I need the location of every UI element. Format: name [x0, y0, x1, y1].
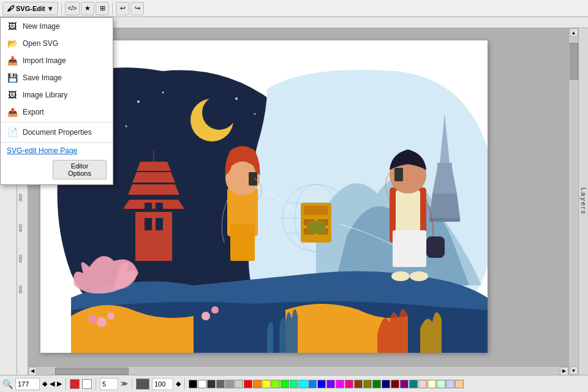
code-view-button[interactable]: </>: [65, 2, 80, 15]
main-toolbar: 🖌 SVG-Edit ▼ </> ★ ⊞ ↩ ↪: [0, 0, 588, 17]
zoom-input[interactable]: [15, 378, 40, 390]
palette-navy[interactable]: [382, 380, 390, 388]
open-svg-menu-item[interactable]: 📂 Open SVG: [1, 35, 113, 52]
import-image-menu-item[interactable]: 📥 Import Image: [1, 52, 113, 69]
palette-peach[interactable]: [455, 380, 464, 388]
star-button[interactable]: ★: [81, 2, 94, 15]
palette-lime[interactable]: [271, 380, 280, 388]
menu-divider: [1, 122, 113, 123]
layers-label-text: Layers: [580, 187, 587, 215]
undo-button[interactable]: ↩: [116, 2, 129, 15]
status-sep-4: [184, 378, 185, 390]
palette-orange[interactable]: [253, 380, 262, 388]
palette-dark-teal[interactable]: [409, 380, 418, 388]
svg-rect-41: [426, 236, 445, 258]
svg-point-5: [235, 97, 238, 100]
svg-rect-33: [230, 224, 255, 261]
opacity-input[interactable]: [152, 378, 173, 390]
new-image-icon: 🖼: [7, 21, 18, 32]
palette-gray1[interactable]: [207, 380, 216, 388]
hscroll-track[interactable]: [37, 368, 560, 375]
vscroll-track[interactable]: [570, 37, 578, 366]
navigate-right-icon: ▶: [57, 380, 62, 388]
palette-dark-red[interactable]: [391, 380, 399, 388]
vscroll-thumb[interactable]: [570, 43, 578, 80]
ruler-mark-v-500: 500: [18, 285, 23, 293]
palette-yellow[interactable]: [262, 380, 271, 388]
palette-green[interactable]: [281, 380, 289, 388]
right-scrollbar[interactable]: ▲ ▼: [568, 28, 578, 375]
palette-light-pink[interactable]: [418, 380, 427, 388]
stroke-width-input[interactable]: [100, 378, 118, 390]
scroll-down-button[interactable]: ▼: [570, 366, 578, 375]
status-sep-1: [66, 378, 66, 390]
file-dropdown-menu: 🖼 New Image 📂 Open SVG 📥 Import Image 💾 …: [0, 17, 113, 185]
svg-point-47: [202, 312, 210, 320]
scroll-up-button[interactable]: ▲: [570, 28, 578, 37]
palette-cyan[interactable]: [299, 380, 307, 388]
redo-icon: ↪: [135, 4, 140, 12]
palette-pink[interactable]: [345, 380, 353, 388]
menu-divider-2: [1, 142, 113, 143]
image-library-label: Image Library: [23, 91, 67, 99]
save-image-menu-item[interactable]: 💾 Save Image: [1, 69, 113, 86]
palette-teal[interactable]: [290, 380, 298, 388]
palette-light-green[interactable]: [437, 380, 445, 388]
export-menu-item[interactable]: 📤 Export: [1, 104, 113, 121]
palette-dark-green[interactable]: [372, 380, 381, 388]
palette-white[interactable]: [198, 380, 206, 388]
palette-gray3[interactable]: [225, 380, 234, 388]
svg-point-48: [211, 306, 219, 314]
svg-point-1: [202, 96, 236, 130]
svg-rect-18: [145, 203, 152, 210]
document-properties-menu-item[interactable]: 📄 Document Properties: [1, 124, 113, 141]
star-icon: ★: [85, 4, 91, 12]
zoom-unit: ◆: [42, 380, 47, 388]
scroll-left-button[interactable]: ◀: [28, 367, 37, 375]
palette-brown[interactable]: [354, 380, 363, 388]
svg-marker-11: [123, 200, 184, 209]
svg-point-44: [97, 317, 107, 327]
svg-edit-menu-button[interactable]: 🖌 SVG-Edit ▼: [2, 2, 58, 15]
status-sep-3: [132, 378, 132, 390]
palette-black[interactable]: [189, 380, 197, 388]
scroll-right-button[interactable]: ▶: [560, 367, 568, 375]
ruler-mark-v-400: 400: [18, 224, 23, 232]
bottom-scrollbar[interactable]: ◀ ▶: [28, 366, 568, 375]
fill-color-swatch[interactable]: [82, 379, 92, 389]
zoom-icon-bottom: 🔍: [2, 379, 13, 389]
home-page-link[interactable]: SVG-edit Home Page: [1, 144, 113, 157]
svg-marker-12: [128, 184, 179, 195]
grid-button[interactable]: ⊞: [96, 2, 109, 15]
opacity-arrows: ◆: [176, 380, 181, 388]
palette-blue[interactable]: [317, 380, 326, 388]
palette-dark-purple[interactable]: [400, 380, 409, 388]
palette-olive[interactable]: [363, 380, 372, 388]
palette-magenta[interactable]: [336, 380, 344, 388]
layers-panel-tab[interactable]: Layers: [578, 28, 588, 375]
grid-icon: ⊞: [100, 4, 105, 12]
svg-point-4: [126, 126, 127, 127]
open-svg-icon: 📂: [7, 38, 18, 49]
export-label: Export: [23, 108, 44, 116]
palette-light-yellow[interactable]: [428, 380, 436, 388]
editor-options-button[interactable]: Editor Options: [53, 160, 107, 179]
svg-marker-14: [137, 162, 171, 171]
image-library-menu-item[interactable]: 🖼 Image Library: [1, 86, 113, 104]
palette-red[interactable]: [244, 380, 252, 388]
redo-button[interactable]: ↪: [130, 2, 144, 15]
palette-purple[interactable]: [326, 380, 335, 388]
svg-rect-19: [156, 203, 163, 210]
stroke-color-swatch[interactable]: [70, 379, 80, 389]
palette-sky[interactable]: [308, 380, 317, 388]
svg-point-6: [254, 113, 256, 115]
new-image-menu-item[interactable]: 🖼 New Image: [1, 18, 113, 35]
palette-light-blue[interactable]: [446, 380, 454, 388]
opacity-fill-swatch[interactable]: [136, 379, 149, 390]
palette-gray4[interactable]: [235, 380, 243, 388]
import-image-icon: 📥: [7, 55, 18, 66]
hscroll-thumb[interactable]: [55, 368, 129, 375]
svg-rect-17: [156, 218, 163, 230]
ruler-mark-v-350: 350: [18, 194, 23, 202]
palette-gray2[interactable]: [216, 380, 225, 388]
